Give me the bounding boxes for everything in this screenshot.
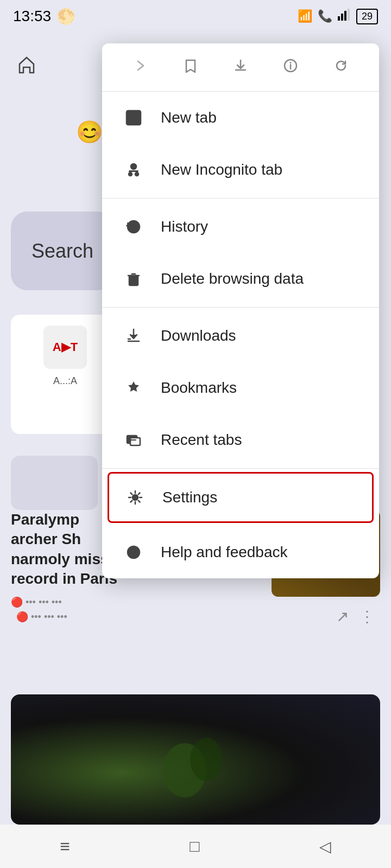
- svg-rect-18: [130, 438, 140, 445]
- svg-rect-16: [129, 276, 138, 285]
- recent-tabs-icon: [119, 426, 148, 454]
- download-toolbar-button[interactable]: [226, 53, 255, 81]
- search-label: Search: [31, 240, 93, 263]
- article-title: A...:A: [53, 375, 77, 387]
- refresh-toolbar-button[interactable]: [327, 53, 355, 81]
- svg-rect-3: [348, 9, 350, 21]
- recent-tabs-label: Recent tabs: [161, 431, 242, 449]
- battery-icon: 29: [356, 9, 378, 24]
- help-label: Help and feedback: [161, 544, 288, 561]
- menu-nav-icon[interactable]: ≡: [60, 837, 70, 857]
- download-arrow-icon: [233, 58, 248, 77]
- back-nav-icon[interactable]: ◁: [319, 838, 331, 856]
- action-row: 🔴 ••• ••• ••• ↗ ⋮: [11, 608, 380, 626]
- svg-rect-0: [338, 16, 340, 21]
- menu-item-history[interactable]: History: [102, 201, 379, 253]
- svg-point-21: [133, 556, 135, 557]
- bookmarks-label: Bookmarks: [161, 379, 237, 397]
- menu-item-downloads[interactable]: Downloads: [102, 310, 379, 362]
- bottom-nav: ≡ □ ◁: [0, 825, 391, 868]
- downloads-icon: [119, 322, 148, 350]
- help-icon: [119, 538, 148, 566]
- bookmark-toolbar-button[interactable]: [176, 53, 205, 81]
- new-tab-label: New tab: [161, 109, 217, 126]
- status-bar: 13:53 🌕 📶 📞 29: [0, 0, 391, 33]
- status-time: 13:53: [13, 8, 51, 25]
- menu-item-new-tab[interactable]: New tab: [102, 92, 379, 144]
- bottom-image-inner: [11, 694, 380, 825]
- svg-rect-12: [129, 170, 138, 172]
- wifi-icon: 📶: [298, 9, 312, 23]
- menu-toolbar: [102, 43, 379, 92]
- menu-item-delete-browsing[interactable]: Delete browsing data: [102, 253, 379, 305]
- bottom-image-card: [11, 694, 380, 825]
- svg-point-19: [133, 495, 138, 500]
- menu-item-incognito[interactable]: New Incognito tab: [102, 144, 379, 196]
- bookmarks-star-icon: [119, 374, 148, 402]
- forward-toolbar-button[interactable]: [126, 53, 154, 81]
- divider-3: [102, 468, 379, 469]
- menu-item-recent-tabs[interactable]: Recent tabs: [102, 414, 379, 466]
- status-icons: 📶 📞 29: [298, 9, 378, 24]
- delete-browsing-label: Delete browsing data: [161, 270, 304, 288]
- news-meta: 🔴 ••• ••• •••: [11, 596, 212, 608]
- refresh-icon: [333, 58, 349, 77]
- call-icon: 📞: [318, 9, 332, 23]
- divider-1: [102, 198, 379, 199]
- new-tab-icon: [119, 104, 148, 132]
- incognito-icon: [119, 156, 148, 184]
- divider-2: [102, 307, 379, 308]
- svg-point-13: [129, 173, 132, 176]
- menu-item-help[interactable]: Help and feedback: [102, 526, 379, 578]
- bookmark-icon: [183, 58, 198, 77]
- small-card: [11, 456, 98, 510]
- delete-browsing-icon: [119, 265, 148, 293]
- svg-point-5: [190, 738, 223, 781]
- menu-item-bookmarks[interactable]: Bookmarks: [102, 362, 379, 414]
- incognito-label: New Incognito tab: [161, 161, 282, 178]
- forward-icon: [133, 58, 148, 77]
- dropdown-menu: New tab New Incognito tab History: [102, 43, 379, 578]
- signal-icon: [338, 9, 351, 24]
- info-circle-icon: [283, 58, 298, 77]
- svg-point-14: [135, 173, 138, 176]
- history-label: History: [161, 218, 208, 235]
- settings-gear-icon: [121, 483, 149, 512]
- svg-point-8: [290, 62, 292, 63]
- downloads-label: Downloads: [161, 327, 236, 344]
- square-nav-icon[interactable]: □: [190, 837, 199, 856]
- home-button[interactable]: [16, 54, 37, 80]
- svg-rect-2: [344, 11, 346, 21]
- search-area[interactable]: Search: [11, 212, 114, 290]
- svg-point-11: [132, 165, 135, 168]
- article-logo: A▶T: [43, 326, 87, 369]
- menu-item-settings[interactable]: Settings: [108, 472, 374, 523]
- settings-label: Settings: [162, 489, 217, 506]
- history-icon: [119, 213, 148, 241]
- info-toolbar-button[interactable]: [276, 53, 305, 81]
- svg-rect-1: [341, 14, 343, 21]
- status-emoji: 🌕: [56, 8, 75, 25]
